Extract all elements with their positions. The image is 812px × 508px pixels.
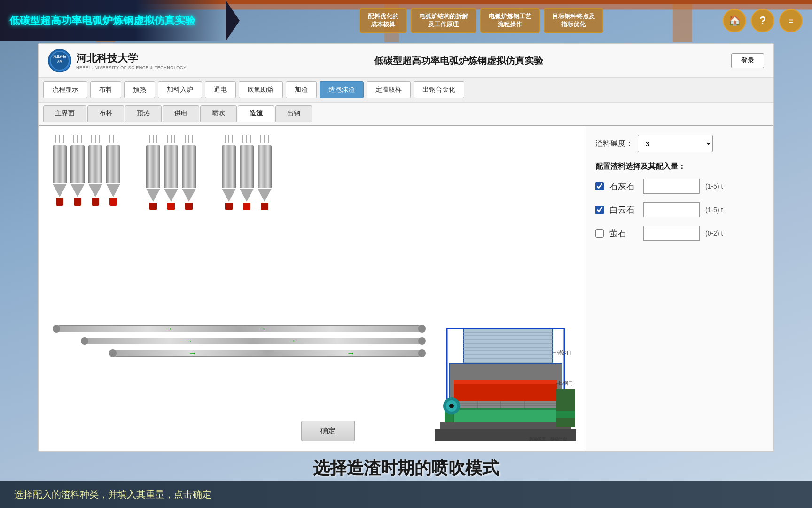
process-btn-steel-out[interactable]: 出钢合金化 bbox=[414, 81, 464, 98]
menu-button[interactable]: ≡ bbox=[779, 9, 803, 32]
process-btn-temp[interactable]: 定温取样 bbox=[367, 81, 411, 98]
svg-rect-21 bbox=[454, 380, 557, 384]
svg-point-34 bbox=[449, 404, 454, 408]
left-content: → → → → → bbox=[39, 126, 586, 451]
svg-text:移动平台: 移动平台 bbox=[550, 437, 567, 441]
electrode-group-1 bbox=[53, 135, 120, 210]
electrode-3b bbox=[240, 145, 254, 188]
process-btn-material[interactable]: 布料 bbox=[90, 81, 121, 98]
sub-tab-slag[interactable]: 造渣 bbox=[238, 105, 274, 122]
sub-tab-steel[interactable]: 出钢 bbox=[275, 105, 312, 122]
electrode-1b bbox=[70, 145, 85, 183]
electrode-2a bbox=[146, 145, 160, 188]
process-btn-slag-add[interactable]: 加渣 bbox=[286, 81, 317, 98]
logo-text: 河北科技大学 HEBEI UNIVERSITY OF SCIENCE & TEC… bbox=[76, 51, 187, 70]
nav-item-cost[interactable]: 配料优化的成本核算 bbox=[359, 8, 407, 33]
sub-tab-main[interactable]: 主界面 bbox=[43, 105, 86, 122]
conveyor-belt-1: → → bbox=[53, 325, 426, 332]
limestone-checkbox[interactable] bbox=[595, 182, 604, 190]
alkalinity-row: 渣料碱度： 3 1 2 4 5 bbox=[595, 135, 764, 152]
electrode-3a bbox=[222, 145, 236, 188]
logo-main-text: 河北科技大学 bbox=[76, 51, 187, 65]
subtitle-text: 选择造渣时期的喷吹模式 bbox=[313, 458, 499, 477]
process-btn-oxygen[interactable]: 吹氧助熔 bbox=[239, 81, 283, 98]
svg-rect-36 bbox=[556, 411, 575, 418]
electrode-3c bbox=[258, 145, 272, 188]
bottom-status-bar: 选择配入的渣料种类，并填入其重量，点击确定 bbox=[0, 481, 812, 508]
process-btn-flow[interactable]: 流程显示 bbox=[43, 81, 87, 98]
sub-tab-power[interactable]: 供电 bbox=[163, 105, 199, 122]
top-nav-menu: 配料优化的成本核算 电弧炉结构的拆解及工作原理 电弧炉炼钢工艺流程操作 目标钢种… bbox=[240, 8, 723, 33]
logo-sub-text: HEBEI UNIVERSITY OF SCIENCE & TECHNOLOGY bbox=[76, 65, 187, 70]
svg-rect-35 bbox=[556, 389, 575, 427]
dolomite-range: (1-5) t bbox=[705, 206, 723, 214]
fluorite-label: 萤石 bbox=[609, 228, 638, 239]
top-title-text: 低碳型超高功率电弧炉炼钢虚拟仿真实验 bbox=[9, 14, 195, 28]
svg-rect-29 bbox=[454, 409, 557, 423]
sub-tab-spray[interactable]: 喷吹 bbox=[200, 105, 237, 122]
dolomite-input[interactable] bbox=[643, 202, 700, 217]
svg-text:河北科技: 河北科技 bbox=[53, 55, 67, 58]
electrode-1c bbox=[88, 145, 102, 183]
nav-item-target[interactable]: 目标钢种终点及指标优化 bbox=[544, 8, 603, 33]
logo-icon: 河北科技 大学 bbox=[48, 49, 71, 72]
svg-text:出钢门: 出钢门 bbox=[559, 381, 573, 386]
fluorite-row: 萤石 (0-2) t bbox=[595, 226, 764, 241]
title-arrow bbox=[226, 0, 240, 41]
alkalinity-label: 渣料碱度： bbox=[595, 139, 633, 149]
electrode-2b bbox=[164, 145, 178, 188]
fluorite-range: (0-2) t bbox=[705, 230, 723, 237]
conveyor-belt-3: → → bbox=[109, 350, 426, 357]
config-title: 配置渣料选择及其配入量： bbox=[595, 162, 764, 172]
limestone-input[interactable] bbox=[643, 179, 700, 194]
conveyors-container: → → → → → bbox=[53, 325, 426, 357]
alkalinity-select[interactable]: 3 1 2 4 5 bbox=[638, 135, 713, 152]
limestone-row: 石灰石 (1-5) t bbox=[595, 179, 764, 194]
home-button[interactable]: 🏠 bbox=[723, 9, 746, 32]
process-btn-load[interactable]: 加料入炉 bbox=[158, 81, 202, 98]
electrode-1a bbox=[53, 145, 67, 183]
dolomite-row: 白云石 (1-5) t bbox=[595, 202, 764, 217]
limestone-label: 石灰石 bbox=[609, 181, 638, 192]
login-button[interactable]: 登录 bbox=[731, 53, 764, 68]
svg-text:执动装置: 执动装置 bbox=[529, 437, 546, 441]
process-btn-preheat[interactable]: 预热 bbox=[124, 81, 155, 98]
dolomite-checkbox[interactable] bbox=[595, 206, 604, 214]
panel-title: 低碳型超高功率电弧炉炼钢虚拟仿真实验 bbox=[187, 55, 731, 67]
electrode-1d bbox=[106, 145, 120, 183]
nav-item-structure-label: 电弧炉结构的拆解及工作原理 bbox=[419, 13, 468, 29]
limestone-range: (1-5) t bbox=[705, 183, 723, 190]
sub-tab-material[interactable]: 布料 bbox=[87, 105, 124, 122]
conveyor-belt-2: → → bbox=[81, 338, 426, 344]
content-area: → → → → → bbox=[39, 126, 773, 451]
sub-navigation: 主界面 布料 预热 供电 喷吹 造渣 出钢 bbox=[39, 103, 773, 126]
fluorite-input[interactable] bbox=[643, 226, 700, 241]
nav-item-structure[interactable]: 电弧炉结构的拆解及工作原理 bbox=[411, 8, 476, 33]
subtitle-area: 选择造渣时期的喷吹模式 bbox=[38, 457, 774, 480]
status-text: 选择配入的渣料种类，并填入其重量，点击确定 bbox=[14, 488, 211, 501]
sub-tab-preheat[interactable]: 预热 bbox=[125, 105, 162, 122]
top-title-area: 低碳型超高功率电弧炉炼钢虚拟仿真实验 bbox=[0, 0, 226, 41]
fluorite-checkbox[interactable] bbox=[595, 229, 604, 238]
electrode-group-3 bbox=[222, 135, 272, 210]
svg-text:铸沙口: 铸沙口 bbox=[557, 350, 571, 355]
help-button[interactable]: ? bbox=[751, 9, 774, 32]
svg-text:大学: 大学 bbox=[56, 60, 62, 63]
logo-area: 河北科技 大学 河北科技大学 HEBEI UNIVERSITY OF SCIEN… bbox=[48, 49, 187, 72]
nav-item-process-label: 电弧炉炼钢工艺流程操作 bbox=[489, 13, 531, 29]
nav-item-process[interactable]: 电弧炉炼钢工艺流程操作 bbox=[480, 8, 540, 33]
nav-item-cost-label: 配料优化的成本核算 bbox=[368, 13, 398, 29]
electrode-2c bbox=[182, 145, 196, 188]
electrode-group-2 bbox=[146, 135, 196, 210]
process-navigation: 流程显示 布料 预热 加料入炉 通电 吹氧助熔 加渣 造泡沫渣 定温取样 出钢合… bbox=[39, 78, 773, 103]
furnace-diagram: 铸沙口 出钢门 执动装置 移动平台 bbox=[430, 328, 581, 446]
right-control-panel: 渣料碱度： 3 1 2 4 5 配置渣料选择及其配入量： 石灰石 (1-5) t bbox=[586, 126, 773, 451]
process-btn-foam-slag[interactable]: 造泡沫渣 bbox=[320, 81, 364, 98]
nav-item-target-label: 目标钢种终点及指标优化 bbox=[552, 13, 595, 29]
process-btn-power[interactable]: 通电 bbox=[205, 81, 236, 98]
electrode-groups bbox=[53, 135, 272, 210]
dolomite-label: 白云石 bbox=[609, 204, 638, 215]
top-nav-icons: 🏠 ? ≡ bbox=[723, 9, 812, 32]
top-navigation: 低碳型超高功率电弧炉炼钢虚拟仿真实验 配料优化的成本核算 电弧炉结构的拆解及工作… bbox=[0, 0, 812, 41]
confirm-button[interactable]: 确定 bbox=[301, 421, 355, 441]
